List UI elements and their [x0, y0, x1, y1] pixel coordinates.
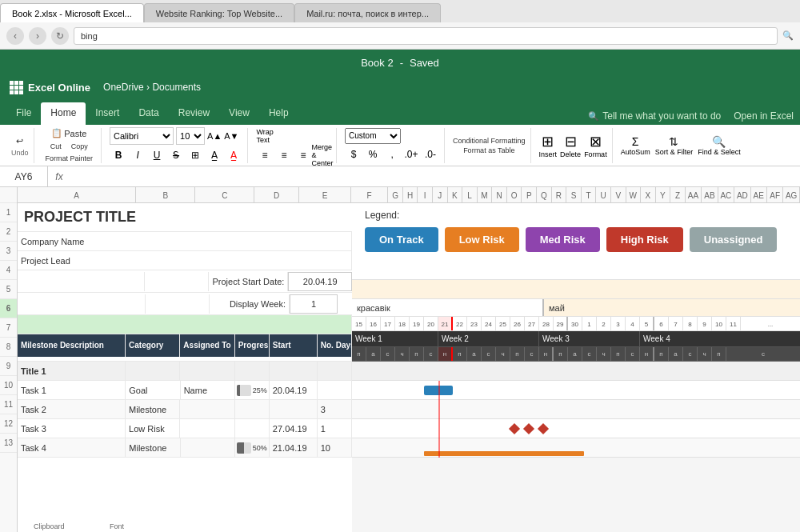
legend-high-risk[interactable]: High Risk [606, 227, 683, 252]
legend-unassigned[interactable]: Unassigned [690, 227, 778, 252]
saved-status: Saved [410, 57, 439, 69]
column-headers: A B C D E F G H I J K L M N O P Q R S T … [18, 187, 800, 203]
legend-on-track[interactable]: On Track [365, 227, 438, 252]
legend-med-risk[interactable]: Med Risk [526, 227, 600, 252]
row13-progress-bar [237, 442, 251, 454]
row12-start[interactable]: 27.04.19 [270, 419, 318, 438]
row13-task[interactable]: Task 4 [18, 438, 126, 458]
font-group: Calibri 10 A▲ A▼ B I U S̶ ⊞ A̲ A̲ Font [105, 128, 248, 163]
table-row: Task 2 Milestone 3 [18, 400, 352, 419]
format-cells-button[interactable]: ⊠ [590, 133, 602, 150]
gantt-week3-label: Week 3 [539, 331, 640, 346]
fill-color-button[interactable]: A̲ [206, 146, 223, 164]
row10-task[interactable]: Task 1 [18, 381, 126, 400]
italic-button[interactable]: I [129, 146, 146, 164]
undo-button[interactable]: ↩ [13, 134, 26, 148]
display-week-row: Display Week: 1 [18, 293, 352, 315]
row11-task[interactable]: Task 2 [18, 400, 126, 419]
row12-days[interactable]: 1 [318, 419, 352, 438]
breadcrumb-onedrive[interactable]: OneDrive [103, 82, 144, 93]
currency-button[interactable]: $ [345, 146, 362, 163]
merge-center-button[interactable]: Merge & Center [314, 146, 331, 164]
waffle-icon[interactable] [10, 81, 23, 94]
gantt-week4-label: Week 4 [640, 331, 800, 346]
tab-view[interactable]: View [219, 102, 259, 125]
breadcrumb: OneDrive › Documents [103, 82, 201, 93]
align-left-button[interactable]: ≡ [256, 146, 274, 164]
row9-col1[interactable]: Title 1 [18, 362, 126, 381]
decrease-decimal-button[interactable]: .0- [422, 146, 439, 163]
border-button[interactable]: ⊞ [186, 146, 204, 164]
row10-category[interactable]: Goal [126, 381, 180, 400]
insert-cells-button[interactable]: ⊞ [542, 133, 554, 150]
refresh-button[interactable]: ↻ [51, 27, 69, 45]
tab-mail[interactable]: Mail.ru: почта, поиск в интер... [294, 3, 441, 22]
back-button[interactable]: ‹ [6, 27, 24, 45]
right-panel: Legend: On Track Low Risk Med Risk High … [352, 203, 800, 532]
strikethrough-button[interactable]: S̶ [167, 146, 185, 164]
format-as-table-button[interactable]: Format as Table [463, 146, 514, 154]
paste-button[interactable]: 📋 Paste [48, 126, 90, 140]
wrap-text-button[interactable]: Wrap Text [256, 127, 274, 145]
tab-data[interactable]: Data [129, 102, 168, 125]
decrease-font-button[interactable]: A▼ [224, 131, 238, 141]
row10-start[interactable]: 20.04.19 [270, 381, 318, 400]
tab-file[interactable]: File [6, 102, 41, 125]
spreadsheet-container: 1 2 3 4 5 6 7 8 9 10 11 12 13 A B C D E … [0, 187, 800, 532]
row12-category[interactable]: Low Risk [126, 419, 180, 438]
legend-low-risk[interactable]: Low Risk [445, 227, 519, 252]
cut-button[interactable]: Cut [47, 141, 65, 152]
row13-progress-pct: 50% [253, 444, 267, 452]
align-center-button[interactable]: ≡ [275, 146, 293, 164]
grid-content: PROJECT TITLE Company Name Project Lead … [18, 203, 800, 532]
gantt-diamond-1 [509, 423, 520, 434]
tab-excel[interactable]: Book 2.xlsx - Microsoft Excel... [0, 3, 144, 22]
format-painter-button[interactable]: Format Painter [42, 153, 97, 164]
bold-button[interactable]: B [110, 146, 127, 164]
delete-cells-button[interactable]: ⊟ [565, 133, 577, 150]
row13-start[interactable]: 21.04.19 [270, 438, 318, 458]
row13-category[interactable]: Milestone [126, 438, 180, 458]
conditional-formatting-button[interactable]: Conditional Formatting [453, 137, 526, 145]
tab-home[interactable]: Home [41, 102, 86, 125]
row10-assigned[interactable]: Name [181, 381, 235, 400]
row12-task[interactable]: Task 3 [18, 419, 126, 438]
tab-review[interactable]: Review [169, 102, 219, 125]
breadcrumb-documents[interactable]: Documents [152, 82, 201, 93]
company-name-cell[interactable]: Company Name [18, 232, 352, 251]
number-format-select[interactable]: Custom [345, 128, 401, 144]
tables-group: Conditional Formatting Format as Table [448, 128, 531, 163]
copy-button[interactable]: Copy [68, 141, 91, 152]
increase-font-button[interactable]: A▲ [207, 131, 222, 141]
table-row: Task 1 Goal Name 25% 20.04.19 [18, 381, 352, 400]
percent-button[interactable]: % [364, 146, 382, 163]
comma-button[interactable]: , [383, 146, 401, 163]
open-in-excel-button[interactable]: Open in Excel [734, 110, 794, 125]
sort-filter-button[interactable]: ⇅ [669, 135, 678, 148]
underline-button[interactable]: U [148, 146, 166, 164]
autosum-button[interactable]: Σ [632, 135, 639, 148]
display-week-value[interactable]: 1 [290, 294, 338, 314]
font-family-select[interactable]: Calibri [110, 127, 174, 145]
tell-me-input[interactable]: 🔍 Tell me what you want to do [588, 110, 721, 125]
forward-button[interactable]: › [29, 27, 46, 45]
row11-days[interactable]: 3 [318, 400, 352, 419]
find-select-button[interactable]: 🔍 [712, 135, 726, 148]
start-date-value[interactable]: 20.04.19 [288, 272, 352, 291]
increase-decimal-button[interactable]: .0+ [402, 146, 420, 163]
tab-website[interactable]: Website Ranking: Top Website... [144, 3, 294, 22]
cell-reference[interactable]: AY6 [0, 166, 48, 187]
tab-help[interactable]: Help [259, 102, 298, 125]
row13-progress-cell: 50% [235, 438, 270, 458]
row11-category[interactable]: Milestone [126, 400, 180, 419]
tab-insert[interactable]: Insert [86, 102, 129, 125]
align-right-button[interactable]: ≡ [294, 146, 312, 164]
font-size-select[interactable]: 10 [176, 127, 205, 145]
gantt-data-row [352, 438, 800, 458]
alignment-group: Wrap Text ≡ ≡ ≡ Merge & Center [251, 128, 337, 163]
address-bar[interactable]: bing [74, 27, 778, 45]
row13-days[interactable]: 10 [318, 438, 352, 458]
font-color-button[interactable]: A̲ [225, 146, 242, 164]
cells-group: ⊞ Insert ⊟ Delete ⊠ Format [534, 128, 613, 163]
project-lead-cell[interactable]: Project Lead [18, 251, 352, 270]
